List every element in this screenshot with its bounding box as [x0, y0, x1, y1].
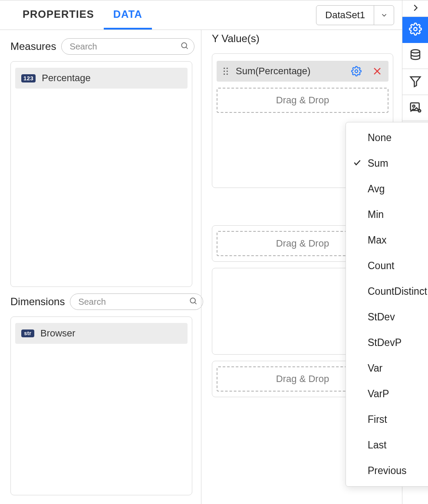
agg-option-label: Previous	[368, 465, 406, 477]
left-column: Measures 123 Percentage Dimens	[0, 30, 201, 504]
search-icon	[180, 41, 189, 52]
svg-marker-16	[410, 77, 420, 87]
yvalues-title: Y Value(s)	[212, 33, 260, 45]
chevron-right-icon	[411, 3, 420, 14]
yvalues-dropzone[interactable]: Drag & Drop	[217, 88, 388, 113]
right-column: Y Value(s) Sum(Percentage)	[201, 30, 402, 504]
agg-option-none[interactable]: None	[346, 125, 428, 151]
dataset-select-label: DataSet1	[316, 6, 374, 25]
agg-option-stdevp[interactable]: StDevP	[346, 330, 428, 356]
svg-point-5	[227, 68, 228, 69]
yvalue-pill-label: Sum(Percentage)	[236, 66, 310, 77]
agg-option-sum[interactable]: Sum	[346, 151, 428, 176]
svg-point-7	[227, 70, 228, 72]
svg-point-6	[224, 70, 225, 72]
svg-point-19	[418, 109, 421, 112]
string-type-badge: str	[21, 329, 34, 337]
search-icon	[189, 296, 198, 307]
drag-handle-icon[interactable]	[223, 67, 229, 75]
measures-title: Measures	[10, 40, 56, 53]
rail-image-settings[interactable]	[402, 95, 428, 121]
agg-option-count[interactable]: Count	[346, 253, 428, 279]
svg-point-18	[412, 105, 415, 107]
svg-point-0	[182, 43, 187, 48]
agg-option-avg[interactable]: Avg	[346, 176, 428, 202]
agg-option-varp[interactable]: VarP	[346, 381, 428, 407]
dimensions-list: str Browser	[10, 316, 192, 495]
dimensions-header: Dimensions	[10, 293, 192, 310]
rail-settings[interactable]	[402, 17, 428, 43]
agg-option-label: Min	[368, 209, 384, 221]
agg-option-previous[interactable]: Previous	[346, 458, 428, 484]
check-icon	[353, 158, 362, 169]
aggregate-submenu: NoneSumAvgMinMaxCountCountDistinctStDevS…	[346, 122, 428, 487]
tab-properties[interactable]: PROPERTIES	[13, 0, 104, 30]
chevron-down-icon	[374, 6, 394, 25]
agg-option-label: None	[368, 132, 392, 144]
database-icon	[409, 49, 422, 63]
yvalues-header: Y Value(s)	[212, 30, 393, 47]
config-panel: PROPERTIES DATA DataSet1 Measures	[0, 0, 402, 504]
agg-option-label: Avg	[368, 183, 385, 195]
tab-data[interactable]: DATA	[104, 0, 152, 30]
app-root: PROPERTIES DATA DataSet1 Measures	[0, 0, 428, 504]
agg-option-label: Count	[368, 260, 394, 272]
agg-option-label: CountDistinct	[368, 286, 427, 297]
svg-point-8	[224, 73, 225, 75]
agg-option-max[interactable]: Max	[346, 227, 428, 253]
measures-search-input[interactable]	[69, 41, 180, 52]
dataset-select[interactable]: DataSet1	[316, 5, 394, 25]
dimension-item-label: Browser	[40, 328, 76, 339]
agg-option-label: Last	[368, 439, 386, 451]
tab-bar: PROPERTIES DATA DataSet1	[0, 0, 402, 30]
yvalue-pill[interactable]: Sum(Percentage)	[217, 61, 388, 82]
agg-option-min[interactable]: Min	[346, 202, 428, 227]
agg-option-label: VarP	[368, 388, 389, 400]
svg-point-4	[224, 68, 225, 69]
agg-option-label: StDevP	[368, 337, 402, 349]
filter-icon	[409, 75, 422, 89]
svg-point-14	[414, 27, 417, 31]
measures-list: 123 Percentage	[10, 61, 192, 287]
numeric-type-badge: 123	[21, 74, 36, 82]
dimensions-title: Dimensions	[10, 296, 65, 308]
rail-filter[interactable]	[402, 69, 428, 95]
panel-body: Measures 123 Percentage Dimens	[0, 30, 402, 504]
svg-line-3	[195, 303, 197, 304]
svg-point-9	[227, 73, 228, 75]
agg-option-first[interactable]: First	[346, 407, 428, 432]
image-settings-icon	[409, 101, 422, 115]
agg-option-stdev[interactable]: StDev	[346, 304, 428, 330]
agg-option-var[interactable]: Var	[346, 356, 428, 381]
agg-option-label: StDev	[368, 311, 395, 323]
rail-data[interactable]	[402, 43, 428, 69]
dimensions-search[interactable]	[70, 293, 203, 310]
measure-item-label: Percentage	[42, 72, 91, 84]
measures-header: Measures	[10, 38, 192, 55]
agg-option-label: Sum	[368, 158, 388, 169]
gear-icon[interactable]	[351, 66, 362, 76]
dimension-item[interactable]: str Browser	[15, 323, 188, 344]
svg-line-1	[186, 47, 188, 49]
svg-point-15	[411, 49, 420, 53]
agg-option-label: Var	[368, 362, 382, 374]
measures-search[interactable]	[61, 38, 194, 55]
agg-option-countdistinct[interactable]: CountDistinct	[346, 279, 428, 304]
agg-option-last[interactable]: Last	[346, 432, 428, 458]
agg-option-label: First	[368, 414, 387, 425]
svg-point-2	[191, 298, 196, 303]
agg-option-label: Max	[368, 234, 386, 246]
measure-item[interactable]: 123 Percentage	[15, 68, 188, 89]
collapse-panel-button[interactable]	[402, 0, 428, 17]
dimensions-search-input[interactable]	[77, 296, 189, 307]
remove-icon[interactable]	[372, 66, 382, 76]
svg-point-10	[355, 70, 358, 72]
gear-icon	[409, 23, 422, 37]
